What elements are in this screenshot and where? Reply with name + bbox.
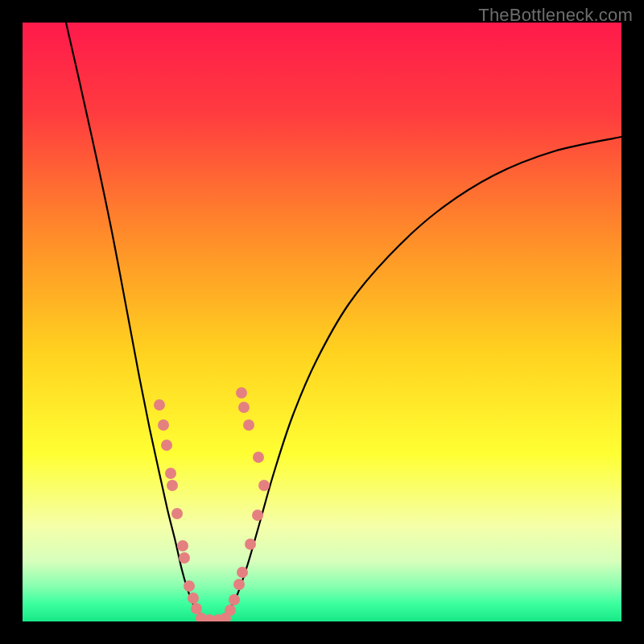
data-point — [233, 579, 245, 590]
chart-background — [23, 23, 621, 621]
data-point — [179, 552, 190, 564]
data-point — [236, 387, 247, 398]
data-point — [188, 592, 199, 604]
data-point — [171, 508, 183, 519]
data-point — [252, 510, 263, 521]
data-point — [158, 419, 169, 431]
bottleneck-chart — [23, 23, 621, 621]
data-point — [253, 452, 264, 463]
data-point — [243, 419, 254, 431]
data-point — [184, 580, 195, 592]
data-point — [258, 480, 270, 491]
data-point — [154, 399, 165, 411]
data-point — [167, 480, 178, 491]
data-point — [225, 605, 236, 616]
data-point — [237, 567, 248, 578]
data-point — [161, 440, 172, 451]
data-point — [177, 540, 188, 551]
data-point — [229, 594, 240, 605]
data-point — [191, 603, 202, 614]
data-point — [238, 402, 250, 413]
data-point — [165, 468, 176, 479]
plot-frame — [23, 23, 621, 621]
data-point — [245, 539, 256, 550]
